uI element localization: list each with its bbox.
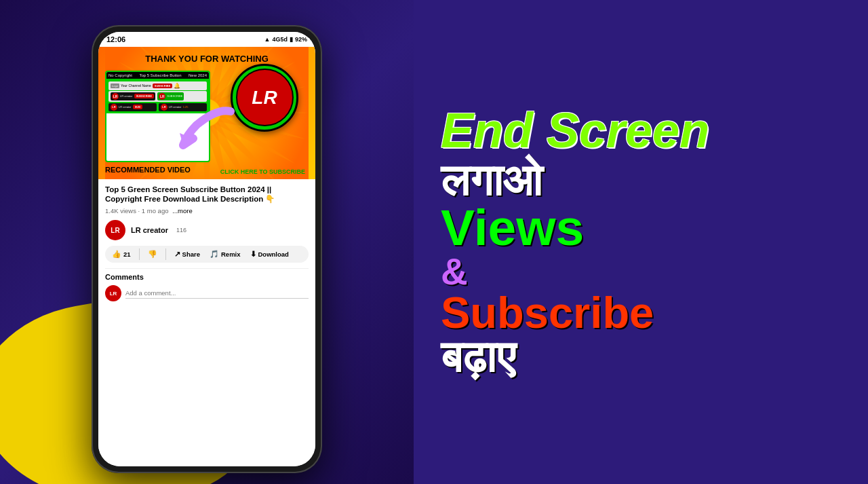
lr-avatar-green: LR	[159, 93, 165, 100]
time-ago-label: 1 mo ago	[142, 207, 169, 215]
video-info-section[interactable]: Top 5 Green Screen Subscribe Button 2024…	[98, 179, 315, 466]
lr-avatar-3: LR	[111, 104, 117, 111]
ampersand-text: &	[441, 253, 841, 291]
lr-text-1: LR creator	[120, 94, 133, 98]
recommended-text: RECOMMENDED VIDEO	[105, 166, 191, 174]
video-meta: 1.4K views · 1 mo ago ...more	[105, 207, 309, 215]
lr-avatar-4: LR	[161, 104, 167, 111]
channel-name: LR creator	[131, 226, 168, 234]
video-title: Top 5 Green Screen Subscribe Button 2024…	[105, 185, 309, 205]
download-icon: ⬇	[250, 250, 256, 259]
subscribe-preview-header: No Copyright Top 5 Subscribe Button New …	[106, 72, 209, 79]
pink-arrow	[176, 105, 237, 155]
channel-row[interactable]: LR LR creator 116	[105, 220, 309, 240]
lr-preview-2: LR SUBSCRIBE	[157, 92, 184, 100]
divider-1	[139, 248, 140, 260]
lr-name-3: LR creator	[119, 105, 132, 109]
share-icon: ↗	[174, 250, 180, 259]
view-count: 1.4K views	[105, 207, 136, 215]
comments-section: Comments LR	[105, 268, 309, 301]
lr-preview-3: LR LR creator SUB	[108, 103, 157, 111]
hindi-badhae-text: बढ़ाए	[441, 335, 841, 379]
comment-avatar: LR	[105, 285, 121, 301]
new-2024-badge: New 2024	[189, 73, 207, 77]
download-label: Download	[258, 250, 289, 258]
bell-icon: 🔔	[174, 83, 180, 89]
status-bar: 12:06 ▲ 4G5d ▮ 92%	[98, 32, 315, 47]
like-button[interactable]: 👍 21	[109, 248, 134, 260]
dislike-button[interactable]: 👎	[145, 248, 160, 260]
end-screen-title: End Screen	[441, 106, 841, 155]
comment-input-row[interactable]: LR	[105, 285, 309, 301]
dislike-icon: 👎	[148, 250, 157, 259]
lr-avatar-small: LR	[112, 93, 119, 100]
battery-percent: 92%	[295, 36, 307, 43]
like-icon: 👍	[112, 250, 121, 259]
action-bar: 👍 21 👎 ↗ Share 🎵 Remix	[105, 246, 309, 263]
status-icons: ▲ 4G5d ▮ 92%	[264, 36, 307, 43]
status-time: 12:06	[106, 35, 125, 43]
lr-logo-circle: LR	[231, 64, 298, 132]
sub-row-1: Logo Your Channel Name SUBSCRIBE 🔔	[108, 81, 207, 90]
comment-input[interactable]	[125, 288, 309, 299]
click-here-text: CLICK HERE TO SUBSCRIBE	[220, 168, 305, 176]
subscribe-btn-1: SUBSCRIBE	[153, 83, 173, 88]
lr-logo-text: LR	[236, 69, 294, 126]
views-text: Views	[441, 202, 841, 253]
lr-preview-1: LR LR creator SUBSCRIBE	[111, 92, 155, 100]
like-count: 21	[123, 250, 131, 258]
channel-subs: 116	[176, 227, 186, 234]
sub-row-2: LR LR creator SUBSCRIBE LR SUBSCRIBE	[108, 91, 207, 102]
remix-button[interactable]: 🎵 Remix	[207, 248, 243, 260]
right-panel: End Screen लगाओ Views & Subscribe बढ़ाए	[414, 0, 868, 484]
channel-initials: LR	[111, 227, 119, 234]
channel-name-placeholder: Your Channel Name	[121, 83, 151, 88]
phone-mockup: 12:06 ▲ 4G5d ▮ 92%	[92, 25, 322, 473]
signal-icon: ▲	[264, 36, 271, 43]
battery-icon: ▮	[290, 36, 293, 43]
network-type: 4G5d	[272, 36, 288, 43]
share-label: Share	[182, 250, 200, 258]
sub-btn-3: SUB	[133, 105, 142, 109]
divider-2	[165, 248, 166, 260]
subscribe-big-text: Subscribe	[441, 291, 841, 335]
preview-title: Top 5 Subscribe Button	[139, 73, 181, 77]
remix-label: Remix	[221, 250, 241, 258]
sub-btn-2: SUBSCRIBE	[134, 94, 155, 98]
click-here-label: CLICK HERE TO SUBSCRIBE	[220, 168, 305, 175]
thank-you-text: THANK YOU FOR WATCHING	[145, 54, 269, 64]
no-copyright-badge: No Copyright	[108, 73, 132, 77]
download-button[interactable]: ⬇ Download	[248, 248, 292, 260]
video-thumbnail[interactable]: THANK YOU FOR WATCHING No Copyright Top …	[98, 47, 315, 179]
hindi-lagao-text: लगाओ	[441, 158, 841, 202]
channel-avatar: LR	[105, 220, 125, 240]
remix-icon: 🎵	[210, 250, 219, 259]
share-button[interactable]: ↗ Share	[172, 248, 203, 260]
comment-avatar-initials: LR	[110, 291, 117, 297]
comments-label: Comments	[105, 273, 309, 281]
logo-placeholder: Logo	[111, 83, 119, 88]
sub-btn-green-text: SUBSCRIBE	[167, 94, 182, 98]
phone-screen: 12:06 ▲ 4G5d ▮ 92%	[98, 32, 315, 466]
more-label[interactable]: ...more	[172, 207, 193, 215]
left-panel: 12:06 ▲ 4G5d ▮ 92%	[0, 0, 414, 484]
